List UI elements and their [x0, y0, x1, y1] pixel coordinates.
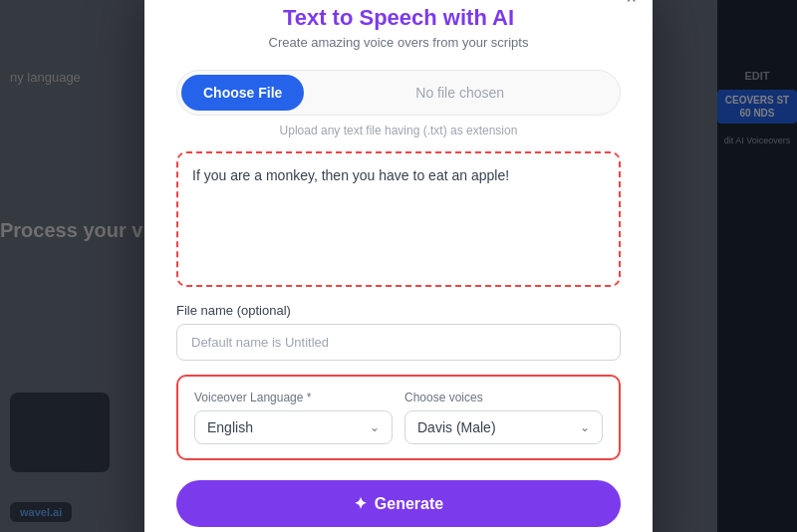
chevron-down-icon: ⌄ — [370, 420, 380, 434]
no-file-label: No file chosen — [304, 85, 616, 101]
file-upload-row: Choose File No file chosen — [176, 70, 621, 116]
modal-subtitle: Create amazing voice overs from your scr… — [176, 35, 621, 50]
choose-voices-group: Choose voices Davis (Male) ⌄ — [404, 391, 603, 444]
modal: × Text to Speech with AI Create amazing … — [144, 0, 653, 532]
voice-row: Voiceover Language * English ⌄ Choose vo… — [176, 375, 621, 460]
choose-voices-label: Choose voices — [404, 391, 603, 404]
generate-button[interactable]: ✦ Generate — [176, 480, 621, 527]
textarea-wrapper — [176, 151, 621, 287]
close-button[interactable]: × — [626, 0, 637, 7]
choose-voices-select[interactable]: Davis (Male) ⌄ — [404, 410, 603, 444]
choose-file-button[interactable]: Choose File — [181, 75, 304, 111]
filename-input[interactable] — [176, 324, 621, 361]
voiceover-language-value: English — [207, 419, 253, 435]
voiceover-language-select[interactable]: English ⌄ — [194, 410, 393, 444]
generate-label: Generate — [375, 495, 443, 513]
script-textarea[interactable] — [192, 167, 605, 267]
filename-label: File name (optional) — [176, 303, 621, 318]
voiceover-language-label: Voiceover Language * — [194, 391, 393, 404]
modal-title: Text to Speech with AI — [176, 5, 621, 31]
voiceover-language-group: Voiceover Language * English ⌄ — [194, 391, 393, 444]
chevron-down-icon-2: ⌄ — [580, 420, 590, 434]
choose-voices-value: Davis (Male) — [417, 419, 496, 435]
generate-icon: ✦ — [354, 494, 367, 513]
upload-hint: Upload any text file having (.txt) as ex… — [176, 124, 621, 137]
